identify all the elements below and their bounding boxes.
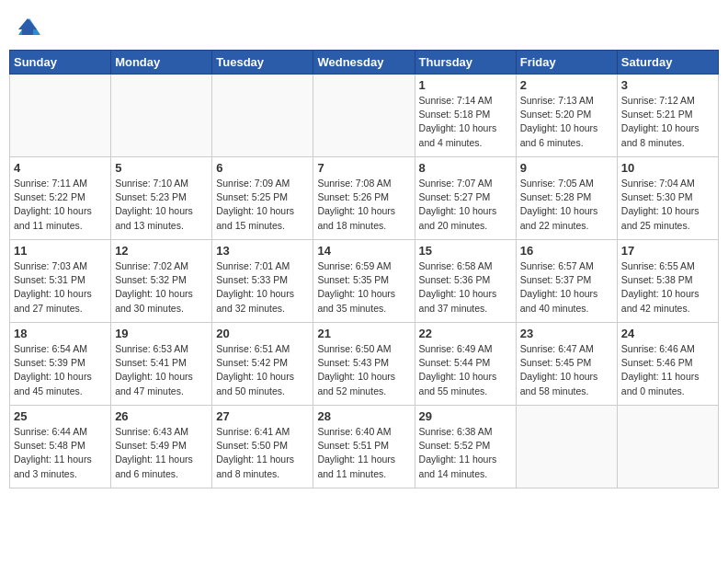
day-number: 7	[317, 161, 410, 175]
day-info: Sunrise: 6:40 AM Sunset: 5:51 PM Dayligh…	[317, 425, 410, 481]
day-of-week-saturday: Saturday	[617, 51, 718, 75]
day-number: 29	[419, 409, 512, 423]
day-of-week-tuesday: Tuesday	[212, 51, 313, 75]
day-number: 5	[115, 161, 208, 175]
day-number: 25	[14, 409, 107, 423]
day-number: 14	[317, 244, 410, 258]
day-number: 27	[216, 409, 309, 423]
day-info: Sunrise: 6:55 AM Sunset: 5:38 PM Dayligh…	[621, 259, 714, 316]
day-number: 17	[621, 244, 714, 258]
day-number: 23	[520, 327, 613, 340]
logo-arrow-icon	[15, 15, 40, 37]
day-number: 26	[115, 409, 208, 423]
day-of-week-sunday: Sunday	[10, 51, 111, 75]
day-info: Sunrise: 6:49 AM Sunset: 5:44 PM Dayligh…	[419, 342, 512, 398]
day-number: 1	[419, 78, 512, 92]
day-number: 2	[520, 78, 613, 92]
day-number: 28	[317, 409, 410, 423]
day-info: Sunrise: 7:04 AM Sunset: 5:30 PM Dayligh…	[621, 177, 714, 233]
day-of-week-friday: Friday	[516, 51, 617, 75]
day-info: Sunrise: 7:03 AM Sunset: 5:31 PM Dayligh…	[14, 259, 107, 316]
calendar-cell: 27Sunrise: 6:41 AM Sunset: 5:50 PM Dayli…	[212, 406, 313, 488]
day-info: Sunrise: 7:14 AM Sunset: 5:18 PM Dayligh…	[419, 94, 512, 150]
calendar-cell	[10, 75, 111, 157]
calendar-cell: 14Sunrise: 6:59 AM Sunset: 5:35 PM Dayli…	[313, 240, 415, 323]
day-info: Sunrise: 7:02 AM Sunset: 5:32 PM Dayligh…	[115, 259, 208, 316]
calendar-cell: 21Sunrise: 6:50 AM Sunset: 5:43 PM Dayli…	[313, 323, 415, 406]
day-info: Sunrise: 7:11 AM Sunset: 5:22 PM Dayligh…	[14, 177, 107, 233]
calendar-cell: 11Sunrise: 7:03 AM Sunset: 5:31 PM Dayli…	[10, 240, 111, 323]
calendar-cell: 6Sunrise: 7:09 AM Sunset: 5:25 PM Daylig…	[212, 157, 313, 240]
calendar-cell: 20Sunrise: 6:51 AM Sunset: 5:42 PM Dayli…	[212, 323, 313, 406]
day-info: Sunrise: 7:08 AM Sunset: 5:26 PM Dayligh…	[317, 177, 410, 233]
day-info: Sunrise: 6:53 AM Sunset: 5:41 PM Dayligh…	[115, 342, 208, 398]
calendar-cell: 15Sunrise: 6:58 AM Sunset: 5:36 PM Dayli…	[415, 240, 516, 323]
day-info: Sunrise: 7:12 AM Sunset: 5:21 PM Dayligh…	[621, 94, 714, 150]
calendar-cell: 25Sunrise: 6:44 AM Sunset: 5:48 PM Dayli…	[10, 406, 111, 488]
calendar-cell: 1Sunrise: 7:14 AM Sunset: 5:18 PM Daylig…	[415, 75, 516, 157]
day-number: 13	[216, 244, 309, 258]
day-info: Sunrise: 7:10 AM Sunset: 5:23 PM Dayligh…	[115, 177, 208, 233]
day-info: Sunrise: 6:46 AM Sunset: 5:46 PM Dayligh…	[621, 342, 714, 398]
day-of-week-monday: Monday	[111, 51, 212, 75]
calendar-cell: 26Sunrise: 6:43 AM Sunset: 5:49 PM Dayli…	[111, 406, 212, 488]
calendar-cell: 28Sunrise: 6:40 AM Sunset: 5:51 PM Dayli…	[313, 406, 415, 488]
calendar-cell: 24Sunrise: 6:46 AM Sunset: 5:46 PM Dayli…	[617, 323, 718, 406]
calendar-cell: 18Sunrise: 6:54 AM Sunset: 5:39 PM Dayli…	[10, 323, 111, 406]
header	[9, 9, 719, 42]
day-number: 6	[216, 161, 309, 175]
day-info: Sunrise: 6:38 AM Sunset: 5:52 PM Dayligh…	[419, 425, 512, 481]
day-of-week-thursday: Thursday	[415, 51, 516, 75]
day-of-week-wednesday: Wednesday	[313, 51, 415, 75]
day-info: Sunrise: 6:44 AM Sunset: 5:48 PM Dayligh…	[14, 425, 107, 481]
day-info: Sunrise: 7:07 AM Sunset: 5:27 PM Dayligh…	[419, 177, 512, 233]
day-number: 9	[520, 161, 613, 175]
day-number: 12	[115, 244, 208, 258]
calendar-cell	[313, 75, 415, 157]
logo	[13, 15, 40, 37]
day-info: Sunrise: 6:59 AM Sunset: 5:35 PM Dayligh…	[317, 259, 410, 316]
calendar-cell: 13Sunrise: 7:01 AM Sunset: 5:33 PM Dayli…	[212, 240, 313, 323]
day-info: Sunrise: 6:57 AM Sunset: 5:37 PM Dayligh…	[520, 259, 613, 316]
calendar-table: SundayMondayTuesdayWednesdayThursdayFrid…	[9, 50, 719, 488]
day-info: Sunrise: 7:09 AM Sunset: 5:25 PM Dayligh…	[216, 177, 309, 233]
day-number: 16	[520, 244, 613, 258]
calendar-cell	[617, 406, 718, 488]
day-number: 21	[317, 327, 410, 340]
calendar-cell	[212, 75, 313, 157]
day-info: Sunrise: 6:50 AM Sunset: 5:43 PM Dayligh…	[317, 342, 410, 398]
calendar-cell: 8Sunrise: 7:07 AM Sunset: 5:27 PM Daylig…	[415, 157, 516, 240]
day-number: 4	[14, 161, 107, 175]
day-info: Sunrise: 7:01 AM Sunset: 5:33 PM Dayligh…	[216, 259, 309, 316]
calendar-cell: 29Sunrise: 6:38 AM Sunset: 5:52 PM Dayli…	[415, 406, 516, 488]
day-info: Sunrise: 6:47 AM Sunset: 5:45 PM Dayligh…	[520, 342, 613, 398]
day-info: Sunrise: 6:58 AM Sunset: 5:36 PM Dayligh…	[419, 259, 512, 316]
day-number: 15	[419, 244, 512, 258]
calendar-cell: 12Sunrise: 7:02 AM Sunset: 5:32 PM Dayli…	[111, 240, 212, 323]
day-number: 19	[115, 327, 208, 340]
calendar-cell	[516, 406, 617, 488]
day-number: 18	[14, 327, 107, 340]
calendar-cell: 22Sunrise: 6:49 AM Sunset: 5:44 PM Dayli…	[415, 323, 516, 406]
day-info: Sunrise: 6:41 AM Sunset: 5:50 PM Dayligh…	[216, 425, 309, 481]
calendar-cell: 4Sunrise: 7:11 AM Sunset: 5:22 PM Daylig…	[10, 157, 111, 240]
day-info: Sunrise: 7:05 AM Sunset: 5:28 PM Dayligh…	[520, 177, 613, 233]
day-number: 24	[621, 327, 714, 340]
calendar-cell: 23Sunrise: 6:47 AM Sunset: 5:45 PM Dayli…	[516, 323, 617, 406]
day-number: 11	[14, 244, 107, 258]
calendar-cell: 2Sunrise: 7:13 AM Sunset: 5:20 PM Daylig…	[516, 75, 617, 157]
calendar-cell: 3Sunrise: 7:12 AM Sunset: 5:21 PM Daylig…	[617, 75, 718, 157]
calendar-cell: 17Sunrise: 6:55 AM Sunset: 5:38 PM Dayli…	[617, 240, 718, 323]
day-number: 22	[419, 327, 512, 340]
day-info: Sunrise: 7:13 AM Sunset: 5:20 PM Dayligh…	[520, 94, 613, 150]
calendar-cell: 5Sunrise: 7:10 AM Sunset: 5:23 PM Daylig…	[111, 157, 212, 240]
calendar-cell: 19Sunrise: 6:53 AM Sunset: 5:41 PM Dayli…	[111, 323, 212, 406]
day-number: 10	[621, 161, 714, 175]
day-info: Sunrise: 6:51 AM Sunset: 5:42 PM Dayligh…	[216, 342, 309, 398]
calendar-cell: 16Sunrise: 6:57 AM Sunset: 5:37 PM Dayli…	[516, 240, 617, 323]
day-number: 3	[621, 78, 714, 92]
calendar-cell: 9Sunrise: 7:05 AM Sunset: 5:28 PM Daylig…	[516, 157, 617, 240]
day-info: Sunrise: 6:54 AM Sunset: 5:39 PM Dayligh…	[14, 342, 107, 398]
calendar-cell: 10Sunrise: 7:04 AM Sunset: 5:30 PM Dayli…	[617, 157, 718, 240]
day-info: Sunrise: 6:43 AM Sunset: 5:49 PM Dayligh…	[115, 425, 208, 481]
